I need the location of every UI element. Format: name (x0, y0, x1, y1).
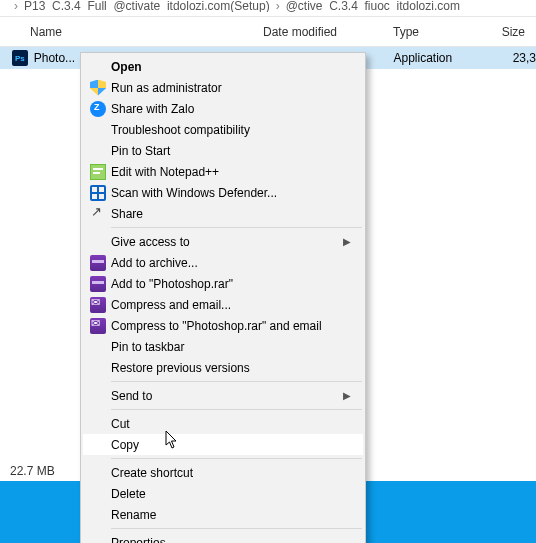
menu-add-to-archive[interactable]: Add to archive... (83, 252, 363, 273)
status-bar: 22.7 MB (0, 461, 65, 481)
menu-run-as-administrator[interactable]: Run as administrator (83, 77, 363, 98)
file-size: 23,3 (497, 51, 536, 65)
share-icon (90, 206, 106, 222)
column-header-name[interactable]: Name (0, 17, 255, 46)
menu-restore-previous-versions[interactable]: Restore previous versions (83, 357, 363, 378)
winrar-email-icon (90, 318, 106, 334)
defender-icon (90, 185, 106, 201)
menu-properties[interactable]: Properties (83, 532, 363, 543)
menu-share[interactable]: Share (83, 203, 363, 224)
menu-compress-photoshop-and-email[interactable]: Compress to "Photoshop.rar" and email (83, 315, 363, 336)
breadcrumb-seg[interactable]: @ctive_C.3.4_fiuoc_itdolozi.com (286, 0, 460, 12)
menu-scan-with-defender[interactable]: Scan with Windows Defender... (83, 182, 363, 203)
chevron-right-icon: ▶ (343, 390, 351, 401)
menu-add-to-photoshop-rar[interactable]: Add to "Photoshop.rar" (83, 273, 363, 294)
menu-share-with-zalo[interactable]: Share with Zalo (83, 98, 363, 119)
column-header-date[interactable]: Date modified (255, 17, 385, 46)
menu-give-access-to[interactable]: Give access to▶ (83, 231, 363, 252)
menu-send-to[interactable]: Send to▶ (83, 385, 363, 406)
notepadpp-icon (90, 164, 106, 180)
column-header-size[interactable]: Size (490, 17, 530, 46)
chevron-right-icon: › (276, 0, 280, 12)
breadcrumb-seg[interactable]: P13_C.3.4_Full_@ctivate_itdolozi.com(Set… (24, 0, 270, 12)
shield-icon (90, 80, 106, 96)
zalo-icon (90, 101, 106, 117)
chevron-right-icon: ▶ (343, 236, 351, 247)
menu-create-shortcut[interactable]: Create shortcut (83, 462, 363, 483)
file-type: Application (393, 51, 496, 65)
menu-cut[interactable]: Cut (83, 413, 363, 434)
column-header-row: Name Date modified Type Size (0, 17, 536, 47)
winrar-email-icon (90, 297, 106, 313)
menu-pin-to-start[interactable]: Pin to Start (83, 140, 363, 161)
breadcrumb[interactable]: › P13_C.3.4_Full_@ctivate_itdolozi.com(S… (0, 0, 536, 12)
menu-edit-with-notepadpp[interactable]: Edit with Notepad++ (83, 161, 363, 182)
column-header-type[interactable]: Type (385, 17, 490, 46)
context-menu: Open Run as administrator Share with Zal… (80, 52, 366, 543)
menu-compress-and-email[interactable]: Compress and email... (83, 294, 363, 315)
menu-pin-to-taskbar[interactable]: Pin to taskbar (83, 336, 363, 357)
menu-delete[interactable]: Delete (83, 483, 363, 504)
photoshop-icon: Ps (12, 50, 28, 66)
menu-troubleshoot-compatibility[interactable]: Troubleshoot compatibility (83, 119, 363, 140)
menu-rename[interactable]: Rename (83, 504, 363, 525)
menu-open[interactable]: Open (83, 56, 363, 77)
menu-copy[interactable]: Copy (83, 434, 363, 455)
winrar-icon (90, 255, 106, 271)
status-text: 22.7 MB (10, 464, 55, 478)
chevron-right-icon: › (14, 0, 18, 12)
winrar-icon (90, 276, 106, 292)
